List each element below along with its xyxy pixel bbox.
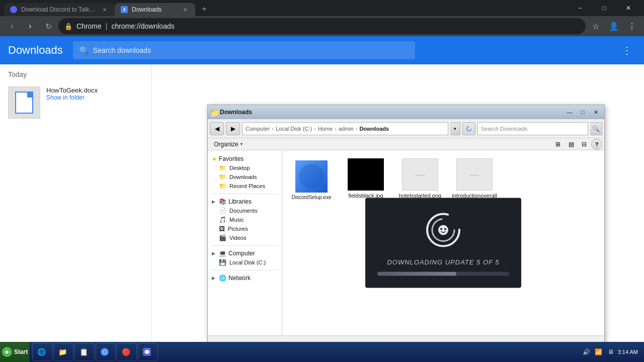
downloads-sidebar: Today HowToGeek.docx Show in folder <box>0 64 152 362</box>
search-input[interactable]: Search downloads <box>93 46 151 54</box>
folder-icon: 📁 <box>219 183 226 190</box>
taskbar-time: 3:14 AM <box>618 349 640 355</box>
address-computer: Computer <box>246 126 270 132</box>
sidebar-localdisk-label: Local Disk (C:) <box>229 259 266 265</box>
taskbar-chrome[interactable] <box>96 343 116 361</box>
svg-point-7 <box>103 350 106 353</box>
download-thumbnail <box>8 86 40 119</box>
explorer-help-btn[interactable]: ? <box>591 139 602 150</box>
sidebar-music-label: Music <box>229 217 244 223</box>
sidebar-videos-label: Videos <box>229 235 246 241</box>
taskbar-sticky[interactable]: 📋 <box>74 343 95 361</box>
chrome-icon <box>100 347 109 356</box>
close-button[interactable]: ✕ <box>617 0 640 16</box>
reload-button[interactable]: ↻ <box>40 18 56 34</box>
downloads-search-bar[interactable]: 🔍 Search downloads <box>73 41 415 59</box>
start-label: Start <box>14 348 28 355</box>
tab-downloads[interactable]: ⬇ Downloads ✕ <box>115 3 195 16</box>
explorer-content: DiscordSetup.exe fieldsblack.jpg — hotel… <box>282 150 604 335</box>
profile-icon[interactable]: 👤 <box>606 18 622 34</box>
computer-header[interactable]: ▶ 💻 Computer <box>210 249 280 258</box>
explorer-back-btn[interactable]: ◀ <box>210 122 224 135</box>
address-url: chrome://downloads <box>111 22 174 30</box>
favorites-section: ★ Favorites 📁 Desktop 📁 Downloads 📁 <box>210 154 280 191</box>
explorer-forward-btn[interactable]: ▶ <box>226 122 240 135</box>
back-button[interactable]: ‹ <box>4 18 20 34</box>
address-home: Home <box>318 126 333 132</box>
explorer-search-bar[interactable]: Search Downloads <box>477 122 588 135</box>
libraries-label: Libraries <box>228 198 252 205</box>
start-icon: ❖ <box>2 347 12 357</box>
sidebar-localdisk[interactable]: 💾 Local Disk (C:) <box>210 258 280 267</box>
tab-close-discord[interactable]: ✕ <box>101 6 109 14</box>
taskbar-norton[interactable]: 🔴 <box>117 343 137 361</box>
new-tab-button[interactable]: + <box>197 2 211 16</box>
today-header: Today <box>0 64 151 82</box>
minimize-button[interactable]: − <box>569 0 592 16</box>
libraries-header[interactable]: ▶ 📚 Libraries <box>210 197 280 206</box>
explorer-minimize-btn[interactable]: — <box>563 108 576 117</box>
explorer-maximize-btn[interactable]: □ <box>576 108 589 117</box>
taskbar-apps: 🌐 📁 📋 🔴 💬 <box>30 343 578 361</box>
libraries-section: ▶ 📚 Libraries 📄 Documents 🎵 Music <box>210 197 280 242</box>
organize-menu[interactable]: Organize ▾ <box>210 140 247 149</box>
taskbar-discord[interactable]: 💬 <box>138 343 158 361</box>
tray-display-icon[interactable]: 🖥 <box>606 347 616 357</box>
explorer-body: ★ Favorites 📁 Desktop 📁 Downloads 📁 <box>208 150 604 335</box>
maximize-button[interactable]: □ <box>593 0 616 16</box>
lock-icon: 🔒 <box>64 23 72 30</box>
explorer-search-icon[interactable]: 🔍 <box>590 122 602 135</box>
extra-large-icons-btn[interactable]: ⊞ <box>552 139 564 150</box>
sticky-icon: 📋 <box>79 347 88 356</box>
network-icon: 🌐 <box>219 275 226 282</box>
explorer-titlebar: 📁 Downloads — □ ✕ <box>208 105 604 119</box>
sidebar-music[interactable]: 🎵 Music <box>210 215 280 224</box>
download-status[interactable]: Show in folder <box>46 94 143 101</box>
explorer-address-bar[interactable]: Computer › Local Disk (C:) › Home › admi… <box>242 122 448 135</box>
tab-discord[interactable]: Download Discord to Talk, Chat, an... ✕ <box>4 3 115 16</box>
sidebar-videos[interactable]: 🎬 Videos <box>210 233 280 242</box>
explorer-address-dropdown[interactable]: ▾ <box>450 122 460 135</box>
file-discordsetup[interactable]: DiscordSetup.exe <box>286 156 337 209</box>
expand-icon: ▶ <box>212 199 217 204</box>
address-divider: | <box>106 22 108 30</box>
downloads-title: Downloads <box>8 44 63 57</box>
tray-network-icon[interactable]: 📶 <box>594 347 604 357</box>
tab-close-downloads[interactable]: ✕ <box>181 6 189 14</box>
details-view-btn[interactable]: ▤ <box>565 139 577 150</box>
sidebar-documents[interactable]: 📄 Documents <box>210 206 280 215</box>
sidebar-pictures[interactable]: 🖼 Pictures <box>210 224 280 233</box>
taskbar-ie[interactable]: 🌐 <box>32 343 52 361</box>
explorer-sidebar: ★ Favorites 📁 Desktop 📁 Downloads 📁 <box>208 150 282 335</box>
network-header[interactable]: ▶ 🌐 Network <box>210 274 280 283</box>
toolbar-icons: ☆ 👤 ⋮ <box>588 18 640 34</box>
sidebar-downloads[interactable]: 📁 Downloads <box>210 172 280 182</box>
disk-icon: 💾 <box>219 259 226 266</box>
downloads-more-button[interactable]: ⋮ <box>618 41 636 59</box>
organize-label: Organize <box>214 141 238 148</box>
window-controls: − □ ✕ <box>569 0 640 16</box>
svg-point-2 <box>438 225 448 235</box>
start-button[interactable]: ❖ Start <box>0 342 30 362</box>
explorer-icon: 📁 <box>58 347 67 356</box>
address-admin: admin <box>339 126 354 132</box>
explorer-refresh-btn[interactable] <box>462 122 475 135</box>
taskbar-explorer[interactable]: 📁 <box>53 343 73 361</box>
organize-dropdown-icon: ▾ <box>240 142 243 146</box>
preview-pane-btn[interactable]: ⊟ <box>578 139 590 150</box>
sidebar-desktop[interactable]: 📁 Desktop <box>210 163 280 172</box>
download-dialog: DOWNLOADING UPDATE 5 OF 5 <box>365 198 521 288</box>
bookmark-icon[interactable]: ☆ <box>588 18 604 34</box>
tab-favicon-discord <box>10 6 17 13</box>
forward-button[interactable]: › <box>22 18 38 34</box>
explorer-close-btn[interactable]: ✕ <box>589 108 602 117</box>
download-name: HowToGeek.docx <box>46 86 143 94</box>
sidebar-documents-label: Documents <box>229 208 258 214</box>
doc-icon <box>15 92 33 114</box>
address-bar[interactable]: 🔒 Chrome | chrome://downloads <box>58 18 586 34</box>
download-item-howtogeek[interactable]: HowToGeek.docx Show in folder <box>0 82 151 123</box>
sidebar-recent[interactable]: 📁 Recent Places <box>210 182 280 191</box>
tray-volume-icon[interactable]: 🔊 <box>582 347 592 357</box>
favorites-header[interactable]: ★ Favorites <box>210 154 280 163</box>
menu-icon[interactable]: ⋮ <box>624 18 640 34</box>
